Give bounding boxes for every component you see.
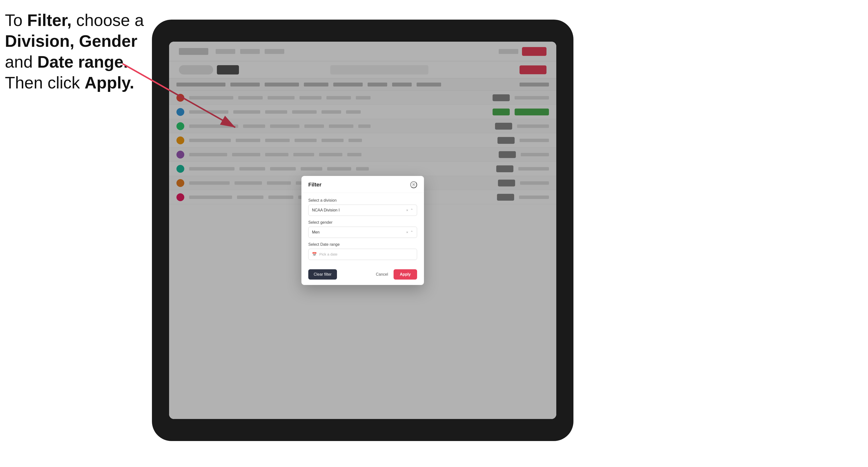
date-label: Select Date range [308, 242, 417, 247]
modal-overlay: Filter × Select a division NCAA Division… [169, 42, 556, 419]
modal-footer: Clear filter Cancel Apply [302, 266, 424, 285]
instruction-line3: and Date range. [5, 53, 128, 71]
division-select-icons: × ⌃ [406, 208, 413, 212]
division-select[interactable]: NCAA Division I × ⌃ [308, 205, 417, 216]
modal-title: Filter [308, 182, 321, 188]
cancel-button[interactable]: Cancel [373, 269, 391, 280]
date-input[interactable]: 📅 Pick a date [308, 249, 417, 260]
instruction-line1: To Filter, choose a [5, 11, 144, 29]
gender-form-group: Select gender Men × ⌃ [308, 220, 417, 238]
date-placeholder: Pick a date [319, 252, 337, 256]
gender-selected-value: Men [312, 230, 319, 235]
division-form-group: Select a division NCAA Division I × ⌃ [308, 198, 417, 216]
tablet-device: Filter × Select a division NCAA Division… [152, 20, 574, 441]
filter-modal: Filter × Select a division NCAA Division… [302, 176, 424, 285]
instruction-text: To Filter, choose a Division, Gender and… [5, 10, 147, 93]
clear-gender-icon[interactable]: × [406, 230, 408, 234]
instruction-bold2: Division, Gender [5, 32, 137, 50]
apply-button[interactable]: Apply [394, 269, 417, 280]
clear-division-icon[interactable]: × [406, 208, 408, 212]
tablet-screen: Filter × Select a division NCAA Division… [169, 42, 556, 419]
calendar-icon: 📅 [312, 252, 317, 256]
instruction-line4: Then click Apply. [5, 73, 134, 92]
clear-filter-button[interactable]: Clear filter [308, 269, 337, 280]
gender-select-icons: × ⌃ [406, 230, 413, 235]
modal-close-button[interactable]: × [410, 181, 417, 188]
date-form-group: Select Date range 📅 Pick a date [308, 242, 417, 260]
chevron-gender-icon: ⌃ [410, 230, 413, 235]
modal-footer-right: Cancel Apply [373, 269, 417, 280]
division-label: Select a division [308, 198, 417, 203]
division-selected-value: NCAA Division I [312, 208, 340, 212]
modal-header: Filter × [302, 176, 424, 193]
gender-select[interactable]: Men × ⌃ [308, 227, 417, 238]
chevron-division-icon: ⌃ [410, 208, 413, 212]
gender-label: Select gender [308, 220, 417, 225]
modal-body: Select a division NCAA Division I × ⌃ Se… [302, 193, 424, 266]
